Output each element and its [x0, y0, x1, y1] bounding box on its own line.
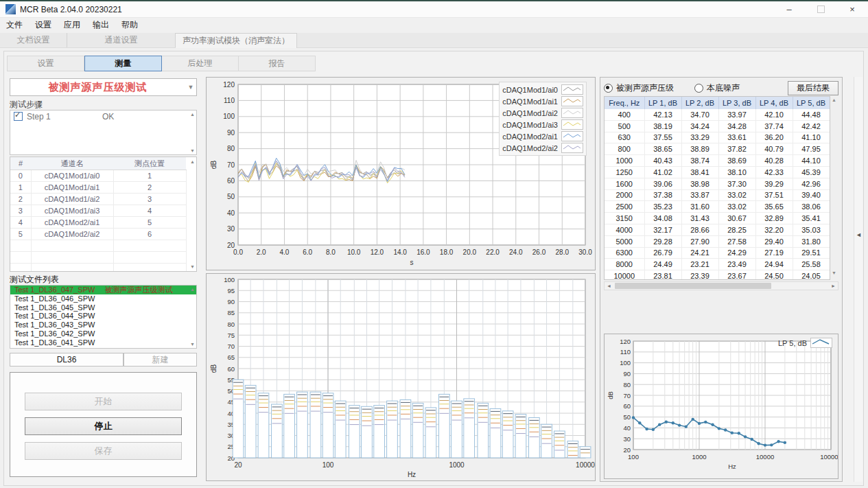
file-item[interactable]: Test 1_DL36_046_SPW [10, 294, 196, 303]
close-button[interactable]: × [836, 1, 868, 17]
svg-text:10000: 10000 [576, 461, 595, 469]
step-checkbox[interactable] [14, 112, 23, 121]
tab-3[interactable]: 声功率测试模块（消声室法） [176, 33, 297, 48]
scrollbar-thumb[interactable] [615, 283, 771, 289]
save-button[interactable]: 保存 [25, 442, 182, 460]
table-row[interactable]: 0cDAQ1Mod1/ai01 [10, 170, 186, 182]
project-button[interactable]: DL36 [10, 353, 124, 367]
file-item[interactable]: Test 1_DL36_047_SPW被测声源声压级测试 [10, 286, 196, 294]
table-row[interactable]: 80038.6538.8937.8240.7947.95 [605, 143, 830, 155]
cell: 38.74 [681, 155, 718, 167]
scroll-left-icon[interactable]: ◄ [605, 283, 613, 288]
subtab-设置[interactable]: 设置 [7, 56, 84, 71]
table-row[interactable]: 250035.2331.6033.0235.6538.06 [605, 201, 830, 213]
cell: 25.58 [793, 259, 830, 270]
collapse-panel-button[interactable]: ◄ [856, 229, 862, 240]
radio-source-level[interactable] [604, 84, 613, 93]
minimize-button[interactable]: – [773, 1, 805, 17]
scrollbar-track[interactable] [613, 282, 829, 290]
svg-text:28.0: 28.0 [556, 248, 570, 256]
channel-table[interactable]: #通道名测点位置0cDAQ1Mod1/ai011cDAQ1Mod1/ai122c… [10, 156, 197, 272]
menu-item[interactable]: 文件 [0, 18, 29, 32]
cell: 37.55 [644, 132, 681, 143]
menu-item[interactable]: 帮助 [115, 18, 144, 32]
column-header[interactable]: 通道名 [31, 157, 113, 170]
scroll-up-icon[interactable]: ▲ [190, 112, 195, 117]
cell: 5000 [605, 235, 644, 247]
test-file-list[interactable]: ▲ ▼ Test 1_DL36_047_SPW被测声源声压级测试Test 1_D… [10, 285, 197, 349]
column-header[interactable]: Freq., Hz [605, 97, 644, 109]
legend-line-icon [561, 84, 583, 95]
table-row[interactable]: 63037.5533.2933.6136.2041.10 [605, 132, 830, 143]
test-type-value: 被测声源声压级测试 [10, 81, 185, 94]
file-item[interactable]: Test 1_DL36_041_SPW [10, 338, 196, 347]
table-row[interactable]: 400032.1728.6628.2532.2035.03 [605, 224, 830, 235]
radio-background-noise[interactable] [694, 84, 703, 93]
subtab-报告[interactable]: 报告 [239, 56, 316, 71]
column-header[interactable]: LP 3, dB [718, 97, 755, 109]
table-row[interactable]: 5cDAQ1Mod2/ai26 [10, 229, 186, 240]
cell: 5 [113, 217, 186, 229]
table-row[interactable]: 200037.3833.8733.0237.5139.40 [605, 189, 830, 201]
lp-results-table[interactable]: Freq., HzLP 1, dBLP 2, dBLP 3, dBLP 4, d… [604, 96, 830, 280]
step-list[interactable]: ▲ ▼ Step 1OK [10, 110, 197, 155]
svg-text:100: 100 [620, 359, 631, 367]
stop-button[interactable]: 停止 [25, 417, 182, 435]
scroll-up-icon[interactable]: ▲ [190, 287, 195, 292]
tab-2[interactable]: 通道设置 [67, 33, 176, 47]
column-header[interactable]: LP 4, dB [755, 97, 793, 109]
scroll-right-icon[interactable]: ► [829, 283, 838, 288]
cell: 37.51 [755, 189, 793, 201]
subtab-后处理[interactable]: 后处理 [162, 56, 239, 71]
table-row[interactable]: 3cDAQ1Mod1/ai34 [10, 205, 186, 217]
cell: 39.29 [755, 178, 793, 189]
maximize-button[interactable] [805, 1, 836, 17]
menu-item[interactable]: 输出 [86, 18, 115, 32]
table-row[interactable]: 800024.4923.2123.4924.9425.58 [605, 259, 830, 270]
test-type-dropdown[interactable]: 被测声源声压级测试 ▼ [10, 78, 197, 96]
svg-text:50: 50 [623, 413, 631, 421]
column-header[interactable]: # [10, 157, 31, 170]
cell: cDAQ1Mod1/ai1 [31, 182, 113, 194]
menu-item[interactable]: 应用 [58, 18, 86, 32]
new-file-button[interactable]: 新建 [124, 353, 197, 367]
table-row[interactable]: 40042.1334.7033.9742.1044.48 [605, 109, 830, 120]
svg-text:20: 20 [623, 446, 631, 454]
table-row[interactable]: 630026.7924.2124.2927.1929.51 [605, 247, 830, 259]
svg-text:120: 120 [620, 338, 631, 345]
table-row[interactable]: 100040.4338.7438.6940.2844.10 [605, 155, 830, 167]
table-row[interactable]: 50038.1934.2434.2837.7442.42 [605, 120, 830, 132]
column-header[interactable]: LP 2, dB [681, 97, 718, 109]
start-button[interactable]: 开始 [25, 393, 182, 410]
scroll-down-icon[interactable]: ▼ [832, 270, 836, 275]
scroll-down-icon[interactable]: ▼ [190, 264, 195, 269]
file-item[interactable]: Test 1_DL36_043_SPW [10, 321, 196, 329]
file-item[interactable]: Test 1_DL36_042_SPW [10, 329, 196, 338]
column-header[interactable]: LP 1, dB [644, 97, 681, 109]
column-header[interactable]: LP 5, dB [793, 97, 830, 109]
table-row[interactable]: 2cDAQ1Mod1/ai23 [10, 194, 186, 205]
scroll-up-icon[interactable]: ▲ [190, 159, 195, 164]
step-row[interactable]: Step 1OK [10, 111, 196, 122]
menu-item[interactable]: 设置 [29, 18, 58, 32]
scroll-down-icon[interactable]: ▼ [190, 342, 195, 347]
tab-1[interactable]: 文档设置 [0, 33, 67, 47]
scroll-down-icon[interactable]: ▼ [190, 148, 195, 153]
table-row[interactable]: 160039.0638.9837.3039.2942.96 [605, 178, 830, 189]
svg-text:100: 100 [223, 113, 235, 120]
table-row[interactable]: 125041.0238.4138.1042.3345.39 [605, 166, 830, 178]
svg-text:10000: 10000 [756, 453, 774, 461]
table-row[interactable]: 1cDAQ1Mod1/ai12 [10, 182, 186, 194]
cell: 1 [113, 170, 186, 182]
subtab-测量[interactable]: 测量 [84, 56, 162, 71]
file-item[interactable]: Test 1_DL36_045_SPW [10, 303, 196, 312]
table-row[interactable]: 4cDAQ1Mod2/ai15 [10, 217, 186, 229]
scroll-up-icon[interactable]: ▲ [832, 97, 836, 102]
file-item[interactable]: Test 1_DL36_044_SPW [10, 312, 196, 321]
final-result-button[interactable]: 最后结果 [788, 81, 838, 95]
horizontal-scrollbar[interactable]: ◄ ► [604, 281, 838, 290]
table-row[interactable]: 1000023.8123.3923.6724.5024.05 [605, 270, 830, 280]
column-header[interactable]: 测点位置 [113, 157, 186, 170]
table-row[interactable]: 500029.2827.9027.5829.4031.80 [605, 235, 830, 247]
table-row[interactable]: 315034.0831.4330.6732.8935.41 [605, 213, 830, 224]
